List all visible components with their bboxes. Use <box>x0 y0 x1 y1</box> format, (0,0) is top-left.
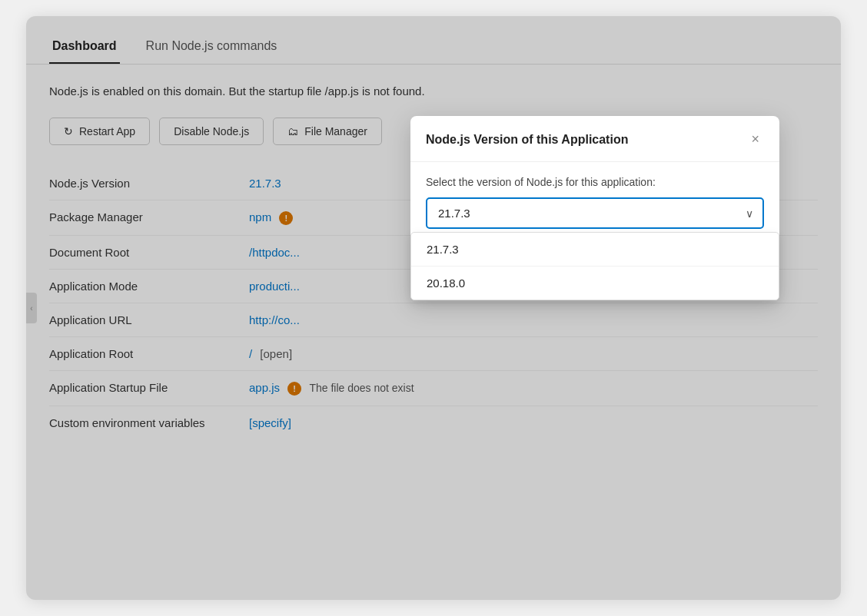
dropdown-item-20[interactable]: 20.18.0 <box>411 267 779 300</box>
modal-description: Select the version of Node.js for this a… <box>426 176 764 188</box>
dropdown-item-21[interactable]: 21.7.3 <box>411 233 779 267</box>
modal-header: Node.js Version of this Application × <box>410 116 779 162</box>
dropdown-list: 21.7.3 20.18.0 <box>410 232 779 300</box>
modal-body: Select the version of Node.js for this a… <box>410 162 779 300</box>
modal-close-button[interactable]: × <box>746 130 764 149</box>
main-card: ‹ Dashboard Run Node.js commands Node.js… <box>26 16 841 600</box>
version-select[interactable]: 21.7.3 20.18.0 <box>426 197 764 229</box>
version-select-wrapper: 21.7.3 20.18.0 ∨ <box>426 197 764 229</box>
nodejs-version-modal: Node.js Version of this Application × Se… <box>410 116 779 300</box>
modal-title: Node.js Version of this Application <box>426 133 628 147</box>
modal-overlay: Node.js Version of this Application × Se… <box>26 16 841 600</box>
